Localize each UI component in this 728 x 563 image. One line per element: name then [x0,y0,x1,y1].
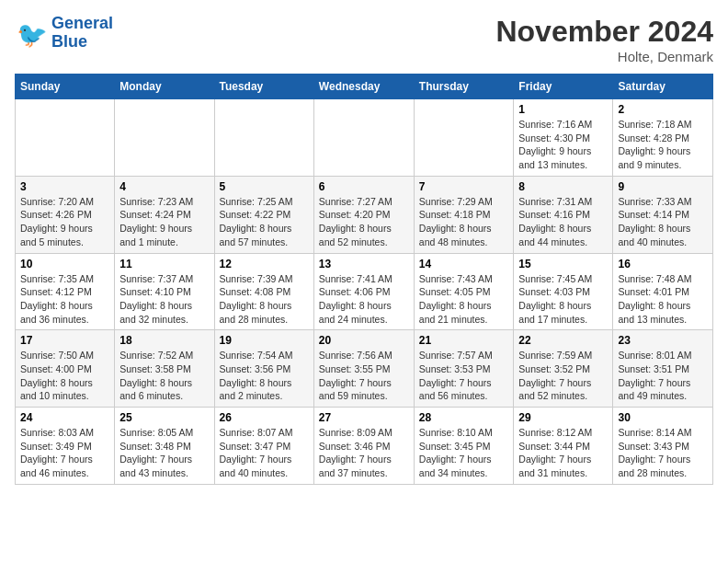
calendar-cell: 26Sunrise: 8:07 AM Sunset: 3:47 PM Dayli… [214,408,313,485]
calendar-cell: 5Sunrise: 7:25 AM Sunset: 4:22 PM Daylig… [214,176,313,253]
calendar-cell: 15Sunrise: 7:45 AM Sunset: 4:03 PM Dayli… [514,253,613,330]
day-detail: Sunrise: 8:09 AM Sunset: 3:46 PM Dayligh… [319,426,409,480]
day-number: 4 [119,180,209,193]
day-number: 22 [518,334,608,347]
day-number: 10 [20,258,109,270]
day-number: 13 [319,258,409,270]
day-number: 24 [20,411,109,424]
calendar-cell: 30Sunrise: 8:14 AM Sunset: 3:43 PM Dayli… [613,408,713,485]
day-number: 25 [119,411,209,424]
day-detail: Sunrise: 7:48 AM Sunset: 4:01 PM Dayligh… [618,272,708,327]
day-number: 16 [618,258,708,270]
day-number: 18 [119,334,209,347]
day-number: 8 [518,180,608,193]
calendar-header-saturday: Saturday [613,75,713,99]
svg-text:🐦: 🐦 [17,19,48,50]
day-detail: Sunrise: 8:05 AM Sunset: 3:48 PM Dayligh… [119,426,209,480]
calendar-cell: 3Sunrise: 7:20 AM Sunset: 4:26 PM Daylig… [16,176,115,253]
calendar-cell [214,99,313,177]
calendar-cell [313,99,414,177]
day-detail: Sunrise: 8:01 AM Sunset: 3:51 PM Dayligh… [618,349,708,403]
day-detail: Sunrise: 7:18 AM Sunset: 4:28 PM Dayligh… [618,118,708,172]
calendar-cell [115,99,214,177]
day-detail: Sunrise: 7:50 AM Sunset: 4:00 PM Dayligh… [20,349,109,403]
location: Holte, Denmark [495,49,713,64]
calendar-cell: 28Sunrise: 8:10 AM Sunset: 3:45 PM Dayli… [414,408,514,485]
day-number: 29 [518,411,608,424]
calendar-cell: 4Sunrise: 7:23 AM Sunset: 4:24 PM Daylig… [115,176,214,253]
title-block: November 2024 Holte, Denmark [495,15,713,64]
calendar-header-monday: Monday [115,75,214,99]
day-detail: Sunrise: 7:56 AM Sunset: 3:55 PM Dayligh… [319,349,409,403]
day-number: 21 [419,334,509,347]
day-detail: Sunrise: 7:25 AM Sunset: 4:22 PM Dayligh… [220,195,309,249]
calendar-header-tuesday: Tuesday [214,75,313,99]
calendar-cell: 19Sunrise: 7:54 AM Sunset: 3:56 PM Dayli… [214,330,313,408]
day-detail: Sunrise: 7:31 AM Sunset: 4:16 PM Dayligh… [518,195,608,249]
day-detail: Sunrise: 7:57 AM Sunset: 3:53 PM Dayligh… [419,349,509,403]
calendar-week-row: 1Sunrise: 7:16 AM Sunset: 4:30 PM Daylig… [16,99,713,177]
calendar-table: SundayMondayTuesdayWednesdayThursdayFrid… [15,74,713,485]
day-number: 15 [518,258,608,270]
day-number: 2 [618,103,708,116]
calendar-cell: 10Sunrise: 7:35 AM Sunset: 4:12 PM Dayli… [16,253,115,330]
calendar-cell: 9Sunrise: 7:33 AM Sunset: 4:14 PM Daylig… [613,176,713,253]
calendar-cell: 13Sunrise: 7:41 AM Sunset: 4:06 PM Dayli… [313,253,414,330]
day-detail: Sunrise: 7:37 AM Sunset: 4:10 PM Dayligh… [119,272,209,327]
day-number: 5 [220,180,309,193]
day-detail: Sunrise: 7:45 AM Sunset: 4:03 PM Dayligh… [518,272,608,327]
day-detail: Sunrise: 8:03 AM Sunset: 3:49 PM Dayligh… [20,426,109,480]
day-detail: Sunrise: 7:29 AM Sunset: 4:18 PM Dayligh… [419,195,509,249]
day-number: 12 [220,258,309,270]
day-detail: Sunrise: 7:33 AM Sunset: 4:14 PM Dayligh… [618,195,708,249]
calendar-cell: 23Sunrise: 8:01 AM Sunset: 3:51 PM Dayli… [613,330,713,408]
day-number: 11 [119,258,209,270]
day-detail: Sunrise: 7:20 AM Sunset: 4:26 PM Dayligh… [20,195,109,249]
day-detail: Sunrise: 7:43 AM Sunset: 4:05 PM Dayligh… [419,272,509,327]
calendar-cell: 22Sunrise: 7:59 AM Sunset: 3:52 PM Dayli… [514,330,613,408]
calendar-cell: 25Sunrise: 8:05 AM Sunset: 3:48 PM Dayli… [115,408,214,485]
day-number: 3 [20,180,109,193]
calendar-cell: 11Sunrise: 7:37 AM Sunset: 4:10 PM Dayli… [115,253,214,330]
day-detail: Sunrise: 7:35 AM Sunset: 4:12 PM Dayligh… [20,272,109,327]
day-number: 6 [319,180,409,193]
logo-text: General Blue [51,15,113,52]
day-number: 9 [618,180,708,193]
day-number: 28 [419,411,509,424]
day-detail: Sunrise: 8:14 AM Sunset: 3:43 PM Dayligh… [618,426,708,480]
day-detail: Sunrise: 8:12 AM Sunset: 3:44 PM Dayligh… [518,426,608,480]
calendar-cell [16,99,115,177]
day-number: 1 [518,103,608,116]
day-number: 30 [618,411,708,424]
logo: 🐦 General Blue [15,15,113,52]
day-detail: Sunrise: 7:52 AM Sunset: 3:58 PM Dayligh… [119,349,209,403]
calendar-cell [414,99,514,177]
calendar-header-row: SundayMondayTuesdayWednesdayThursdayFrid… [16,75,713,99]
calendar-header-thursday: Thursday [414,75,514,99]
calendar-cell: 18Sunrise: 7:52 AM Sunset: 3:58 PM Dayli… [115,330,214,408]
day-number: 19 [220,334,309,347]
day-detail: Sunrise: 7:59 AM Sunset: 3:52 PM Dayligh… [518,349,608,403]
day-detail: Sunrise: 7:16 AM Sunset: 4:30 PM Dayligh… [518,118,608,172]
calendar-cell: 27Sunrise: 8:09 AM Sunset: 3:46 PM Dayli… [313,408,414,485]
calendar-cell: 8Sunrise: 7:31 AM Sunset: 4:16 PM Daylig… [514,176,613,253]
day-number: 17 [20,334,109,347]
day-detail: Sunrise: 8:10 AM Sunset: 3:45 PM Dayligh… [419,426,509,480]
day-detail: Sunrise: 7:27 AM Sunset: 4:20 PM Dayligh… [319,195,409,249]
day-detail: Sunrise: 7:23 AM Sunset: 4:24 PM Dayligh… [119,195,209,249]
day-detail: Sunrise: 7:41 AM Sunset: 4:06 PM Dayligh… [319,272,409,327]
day-number: 7 [419,180,509,193]
calendar-header-sunday: Sunday [16,75,115,99]
calendar-cell: 21Sunrise: 7:57 AM Sunset: 3:53 PM Dayli… [414,330,514,408]
calendar-week-row: 24Sunrise: 8:03 AM Sunset: 3:49 PM Dayli… [16,408,713,485]
calendar-cell: 29Sunrise: 8:12 AM Sunset: 3:44 PM Dayli… [514,408,613,485]
logo-icon: 🐦 [15,17,48,50]
calendar-cell: 17Sunrise: 7:50 AM Sunset: 4:00 PM Dayli… [16,330,115,408]
calendar-week-row: 17Sunrise: 7:50 AM Sunset: 4:00 PM Dayli… [16,330,713,408]
logo-general: General [51,14,113,32]
day-number: 14 [419,258,509,270]
calendar-cell: 1Sunrise: 7:16 AM Sunset: 4:30 PM Daylig… [514,99,613,177]
calendar-cell: 2Sunrise: 7:18 AM Sunset: 4:28 PM Daylig… [613,99,713,177]
calendar-cell: 20Sunrise: 7:56 AM Sunset: 3:55 PM Dayli… [313,330,414,408]
calendar-cell: 12Sunrise: 7:39 AM Sunset: 4:08 PM Dayli… [214,253,313,330]
